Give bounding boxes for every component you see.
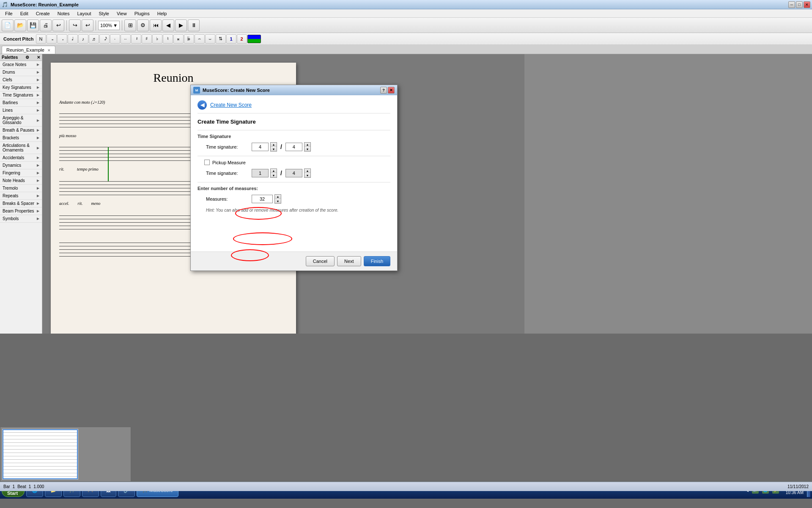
title-bar-left: 🎵 MuseScore: Reunion_Example [2,2,79,8]
palette-clefs[interactable]: Clefs ▶ [0,76,42,84]
palette-fingering[interactable]: Fingering ▶ [0,169,42,177]
settings-button[interactable]: ⚙ [137,19,149,31]
measures-up[interactable]: ▲ [275,195,281,199]
pickup-num-down[interactable]: ▼ [271,173,277,177]
cursor-line [108,147,109,181]
next-button[interactable]: Next [337,256,361,266]
note-half[interactable]: 𝅗 [57,34,67,44]
hint-text: Hint: You can also add or remove measure… [198,208,390,213]
palette-breaks[interactable]: Breaks & Spacer ▶ [0,200,42,207]
rewind-button[interactable]: ◀ [162,19,174,31]
flat[interactable]: ♭ [152,34,162,44]
zoom-combo[interactable]: 100% ▼ [98,21,120,30]
time-sig-den-up[interactable]: ▲ [304,143,310,147]
palette-repeats[interactable]: Repeats ▶ [0,192,42,200]
menu-edit[interactable]: Edit [17,10,32,17]
pickup-den-down[interactable]: ▼ [304,173,310,177]
print-button[interactable]: 🖨 [40,19,52,31]
minimize-button[interactable]: ─ [788,1,795,8]
palette-time-signatures[interactable]: Time Signatures ▶ [0,91,42,99]
palette-articulations[interactable]: Articulations & Ornaments ▶ [0,142,42,154]
dflat[interactable]: 𝄫 [184,34,194,44]
dialog-close-button[interactable]: ✕ [388,87,395,94]
note-16th[interactable]: ♬ [89,34,99,44]
dialog-nav-link[interactable]: Create New Score [210,102,252,108]
note-dot[interactable]: · [110,34,120,44]
voice1[interactable]: 1 [226,34,236,44]
pickup-denominator-group: ▲ ▼ [285,168,311,178]
tie[interactable]: ⌢ [195,34,205,44]
finish-button[interactable]: Finish [364,256,390,266]
close-button[interactable]: ✕ [804,1,810,8]
pickup-checkbox[interactable] [204,160,210,165]
slur[interactable]: ⌣ [205,34,215,44]
note-ddot[interactable]: ·· [121,34,131,44]
pickup-num-up[interactable]: ▲ [271,169,277,173]
menu-view[interactable]: View [113,10,130,17]
note-whole[interactable]: 𝅝 [47,34,57,44]
time-sig-numerator-input[interactable]: 4 [252,143,269,151]
dialog-help-button[interactable]: ? [380,87,387,94]
palette-brackets[interactable]: Brackets ▶ [0,134,42,142]
tab-close-icon[interactable]: ✕ [47,48,51,52]
cancel-button[interactable]: Cancel [306,256,335,266]
undo2-button[interactable]: ↩ [82,19,93,31]
palette-tremolo[interactable]: Tremolo ▶ [0,185,42,192]
menu-file[interactable]: File [2,10,16,17]
palette-noteheads[interactable]: Note Heads ▶ [0,177,42,185]
pickup-measure-row: Pickup Measure [198,160,390,165]
pickup-den-up[interactable]: ▲ [304,169,310,173]
palette-breath[interactable]: Breath & Pauses ▶ [0,127,42,134]
note-eighth[interactable]: ♪ [78,34,88,44]
prev-button[interactable]: ⏮ [150,19,162,31]
flip[interactable]: ⇅ [216,34,226,44]
voice2[interactable]: 2 [237,34,247,44]
palette-key-signatures[interactable]: Key Signatures ▶ [0,84,42,91]
palette-lines[interactable]: Lines ▶ [0,107,42,114]
palette-barlines[interactable]: Barlines ▶ [0,99,42,107]
palette-dynamics[interactable]: Dynamics ▶ [0,162,42,169]
note-quarter[interactable]: ♩ [68,34,78,44]
dsharp[interactable]: 𝄪 [173,34,184,44]
menu-plugins[interactable]: Plugins [131,10,153,17]
dialog-nav: ◀ Create New Score [198,100,390,113]
measures-down[interactable]: ▼ [275,199,281,203]
menu-notes[interactable]: Notes [54,10,73,17]
note-n-btn[interactable]: N [36,34,46,44]
menu-help[interactable]: Help [154,10,170,17]
pickup-denominator-input[interactable] [285,169,302,177]
measures-input[interactable] [252,195,273,203]
natural[interactable]: ♮ [163,34,173,44]
palette-arpeggio[interactable]: Arpeggio & Glissando ▶ [0,114,42,127]
save-button[interactable]: 💾 [27,19,39,31]
menu-layout[interactable]: Layout [74,10,94,17]
palette-accidentals[interactable]: Accidentals ▶ [0,154,42,162]
maximize-button[interactable]: □ [796,1,803,8]
score-tab[interactable]: Reunion_Example ✕ [2,46,55,54]
rest[interactable]: 𝄽 [131,34,141,44]
palette-beam[interactable]: Beam Properties ▶ [0,207,42,215]
pause-button[interactable]: ⏸ [188,19,200,31]
palette-grace-notes[interactable]: Grace Notes ▶ [0,61,42,69]
breaks-arrow: ▶ [37,202,39,205]
time-sig-denominator-input[interactable]: 4 [285,143,302,151]
undo-button[interactable]: ↩ [52,19,64,31]
view-button[interactable]: ⊞ [124,19,136,31]
palette-drums[interactable]: Drums ▶ [0,69,42,76]
dialog-back-button[interactable]: ◀ [198,100,207,110]
time-sig-num-up[interactable]: ▲ [271,143,277,147]
time-sig-den-down[interactable]: ▼ [304,147,310,151]
palette-symbols[interactable]: Symbols ▶ [0,215,42,223]
new-button[interactable]: 📄 [2,19,14,31]
time-sig-num-down[interactable]: ▼ [271,147,277,151]
play-button[interactable]: ▶ [175,19,187,31]
menu-create[interactable]: Create [33,10,53,17]
pickup-numerator-input[interactable] [252,169,269,177]
menu-style[interactable]: Style [96,10,112,17]
note-32nd[interactable]: 𝅘𝅥𝅯 [99,34,110,44]
redo-button[interactable]: ↪ [69,19,81,31]
sharp[interactable]: ♯ [142,34,152,44]
palette-close-icon[interactable]: ✕ [37,55,40,60]
open-button[interactable]: 📂 [14,19,26,31]
palette-settings-icon[interactable]: ⚙ [25,55,29,60]
